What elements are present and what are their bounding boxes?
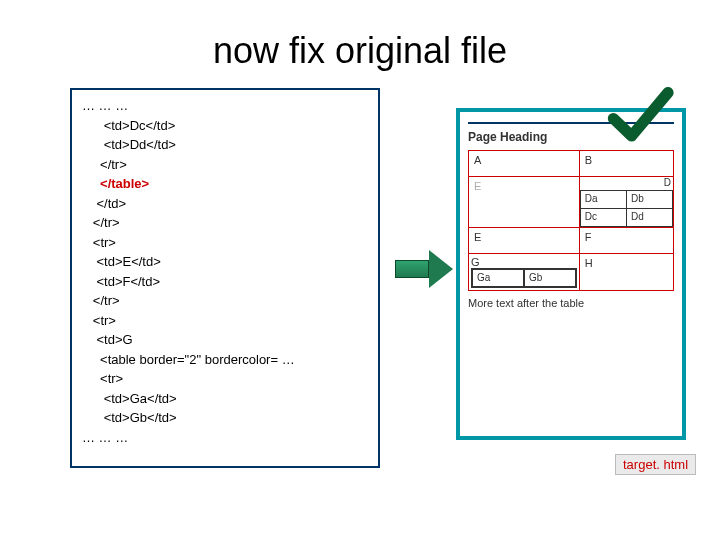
slide-title: now fix original file xyxy=(0,30,720,72)
cell: Gb xyxy=(524,269,576,287)
table-row: Da Db xyxy=(580,191,672,209)
code-line: <td>Dd</td> xyxy=(82,135,368,155)
code-line: <tr> xyxy=(82,233,368,253)
table-row: A B xyxy=(469,151,674,177)
cell: H xyxy=(579,254,673,291)
table-row: E F xyxy=(469,228,674,254)
code-line: </tr> xyxy=(82,155,368,175)
arrow-icon xyxy=(395,250,453,288)
filename-label: target. html xyxy=(615,454,696,475)
cell: E xyxy=(469,177,580,228)
code-line-highlight: </table> xyxy=(82,174,368,194)
cell: G Ga Gb xyxy=(469,254,580,291)
nested-table-d: Da Db Dc Dd xyxy=(580,190,673,227)
code-line: </td> xyxy=(82,194,368,214)
rendered-preview-box: Page Heading A B E D Da Db Dc Dd xyxy=(456,108,686,440)
code-line: <td>F</td> xyxy=(82,272,368,292)
more-text: More text after the table xyxy=(468,297,674,309)
code-line: <td>Gb</td> xyxy=(82,408,368,428)
table-row: Dc Dd xyxy=(580,209,672,227)
code-line: <td>Dc</td> xyxy=(82,116,368,136)
cell: F xyxy=(579,228,673,254)
code-line: </tr> xyxy=(82,291,368,311)
code-line: <td>G xyxy=(82,330,368,350)
table-row: G Ga Gb H xyxy=(469,254,674,291)
code-line: <tr> xyxy=(82,369,368,389)
code-line: <td>E</td> xyxy=(82,252,368,272)
cell: Dc xyxy=(580,209,626,227)
cell: E xyxy=(469,228,580,254)
nested-table-g: Ga Gb xyxy=(471,268,577,288)
code-line: … … … xyxy=(82,428,368,448)
cell: B xyxy=(579,151,673,177)
code-line: <td>Ga</td> xyxy=(82,389,368,409)
cell: Ga xyxy=(472,269,524,287)
checkmark-icon xyxy=(605,80,675,150)
outer-table: A B E D Da Db Dc Dd xyxy=(468,150,674,291)
cell: D Da Db Dc Dd xyxy=(579,177,673,228)
cell: A xyxy=(469,151,580,177)
table-row: Ga Gb xyxy=(472,269,576,287)
cell-label: D xyxy=(580,177,673,190)
cell: Db xyxy=(626,191,672,209)
table-row: E D Da Db Dc Dd xyxy=(469,177,674,228)
code-line: <table border="2" bordercolor= … xyxy=(82,350,368,370)
code-line: … … … xyxy=(82,96,368,116)
code-line: <tr> xyxy=(82,311,368,331)
code-snippet-box: … … … <td>Dc</td> <td>Dd</td> </tr> </ta… xyxy=(70,88,380,468)
cell-label: G xyxy=(471,256,577,268)
code-line: </tr> xyxy=(82,213,368,233)
cell: Dd xyxy=(626,209,672,227)
cell: Da xyxy=(580,191,626,209)
